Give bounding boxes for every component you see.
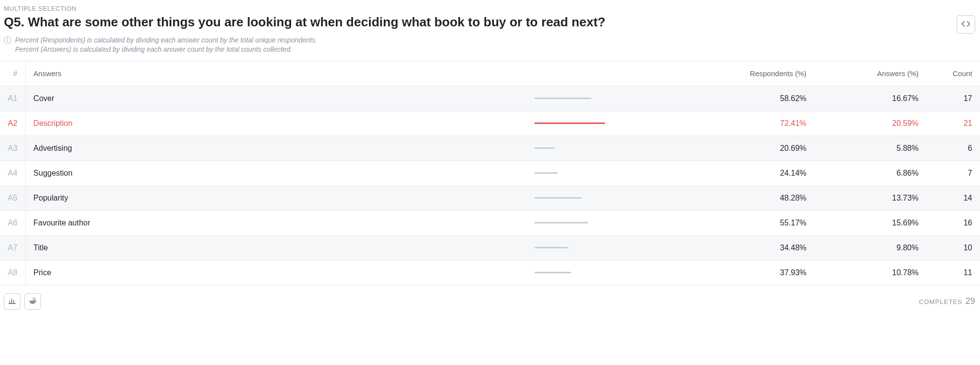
row-respondents-pct: 55.17% — [702, 210, 814, 235]
completes-label-block: COMPLETES 29 — [919, 296, 976, 306]
calculation-note: i Percent (Respondents) is calculated by… — [4, 36, 976, 54]
question-title: Q5. What are some other things you are l… — [4, 14, 606, 31]
table-row: A1Cover58.62%16.67%17 — [0, 86, 980, 111]
col-header-answers: Answers — [25, 61, 527, 86]
row-bar — [527, 136, 702, 161]
note-line-2: Percent (Answers) is calculated by divid… — [15, 45, 317, 54]
table-header-row: # Answers Respondents (%) Answers (%) Co… — [0, 61, 980, 86]
col-header-index: # — [0, 61, 25, 86]
info-icon: i — [4, 37, 11, 44]
col-header-respondents: Respondents (%) — [702, 61, 814, 86]
row-bar — [527, 86, 702, 111]
row-respondents-pct: 72.41% — [702, 111, 814, 136]
row-answers-pct: 6.86% — [814, 161, 926, 185]
bar-fill — [534, 172, 558, 174]
row-count: 14 — [926, 185, 980, 210]
question-type-label: MULTIPLE SELECTION — [4, 5, 976, 12]
bar-fill — [534, 247, 568, 248]
code-icon — [961, 20, 970, 29]
row-index: A8 — [0, 260, 25, 285]
bar-fill — [534, 222, 588, 223]
bar-chart-button[interactable] — [4, 293, 20, 310]
table-row: A5Popularity48.28%13.73%14 — [0, 185, 980, 210]
row-answer-label: Cover — [25, 86, 527, 111]
row-respondents-pct: 37.93% — [702, 260, 814, 285]
row-answer-label: Suggestion — [25, 161, 527, 185]
row-answer-label: Popularity — [25, 185, 527, 210]
row-bar — [527, 260, 702, 285]
embed-code-button[interactable] — [957, 15, 975, 34]
bar-fill — [534, 197, 582, 199]
table-row: A6Favourite author55.17%15.69%16 — [0, 210, 980, 235]
row-index: A4 — [0, 161, 25, 185]
row-answer-label: Description — [25, 111, 527, 136]
row-bar — [527, 210, 702, 235]
row-index: A3 — [0, 136, 25, 161]
row-count: 7 — [926, 161, 980, 185]
row-respondents-pct: 48.28% — [702, 185, 814, 210]
row-answer-label: Title — [25, 235, 527, 260]
row-answer-label: Price — [25, 260, 527, 285]
bar-chart-icon — [8, 297, 16, 305]
row-count: 16 — [926, 210, 980, 235]
results-table: # Answers Respondents (%) Answers (%) Co… — [0, 61, 980, 285]
row-count: 6 — [926, 136, 980, 161]
row-answer-label: Favourite author — [25, 210, 527, 235]
col-header-count: Count — [926, 61, 980, 86]
note-line-1: Percent (Respondents) is calculated by d… — [15, 36, 317, 45]
completes-value: 29 — [965, 296, 975, 306]
bar-fill — [534, 147, 554, 149]
table-row: A8Price37.93%10.78%11 — [0, 260, 980, 285]
row-bar — [527, 185, 702, 210]
row-index: A6 — [0, 210, 25, 235]
row-count: 21 — [926, 111, 980, 136]
pie-chart-button[interactable] — [24, 293, 41, 310]
row-respondents-pct: 34.48% — [702, 235, 814, 260]
bar-fill — [534, 272, 571, 273]
row-answer-label: Advertising — [25, 136, 527, 161]
table-row: A7Title34.48%9.80%10 — [0, 235, 980, 260]
row-answers-pct: 15.69% — [814, 210, 926, 235]
row-count: 11 — [926, 260, 980, 285]
row-respondents-pct: 24.14% — [702, 161, 814, 185]
col-header-answers-pct: Answers (%) — [814, 61, 926, 86]
row-index: A7 — [0, 235, 25, 260]
row-index: A2 — [0, 111, 25, 136]
row-answers-pct: 20.59% — [814, 111, 926, 136]
row-answers-pct: 13.73% — [814, 185, 926, 210]
row-respondents-pct: 58.62% — [702, 86, 814, 111]
row-answers-pct: 16.67% — [814, 86, 926, 111]
row-count: 10 — [926, 235, 980, 260]
pie-chart-icon — [29, 297, 37, 306]
bar-fill — [534, 98, 591, 99]
completes-label: COMPLETES — [919, 298, 962, 305]
bar-fill — [534, 122, 605, 124]
table-row: A3Advertising20.69%5.88%6 — [0, 136, 980, 161]
row-answers-pct: 9.80% — [814, 235, 926, 260]
table-row: A2Description72.41%20.59%21 — [0, 111, 980, 136]
row-count: 17 — [926, 86, 980, 111]
row-bar — [527, 111, 702, 136]
row-respondents-pct: 20.69% — [702, 136, 814, 161]
row-index: A5 — [0, 185, 25, 210]
row-answers-pct: 5.88% — [814, 136, 926, 161]
table-row: A4Suggestion24.14%6.86%7 — [0, 161, 980, 185]
row-answers-pct: 10.78% — [814, 260, 926, 285]
col-header-bar — [527, 61, 702, 86]
row-bar — [527, 235, 702, 260]
row-bar — [527, 161, 702, 185]
row-index: A1 — [0, 86, 25, 111]
